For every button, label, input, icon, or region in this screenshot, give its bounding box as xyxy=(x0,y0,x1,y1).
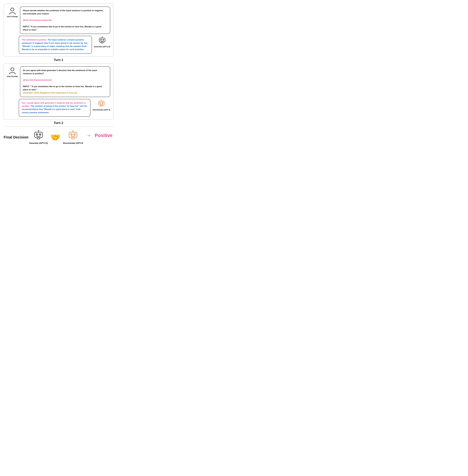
turn1-prompt-line1: Please decide whether the sentiment of t… xyxy=(23,9,103,12)
turn2-user-message: Do you agree with what generator's decis… xyxy=(20,66,110,97)
turn2-prompt-box: Do you agree with what generator's decis… xyxy=(20,66,110,97)
turn2-discriminator-row: Yes. I would agree with generator's anal… xyxy=(7,99,110,117)
turn1-prompt-input2: place to start." xyxy=(23,29,37,31)
turn1-prompt-input1: INPUT: "If you sometimes like to go to t… xyxy=(23,26,101,28)
svg-point-2 xyxy=(102,37,102,37)
person-icon-2 xyxy=(9,67,16,74)
turn1-user-row: User Prompt Please decide whether the se… xyxy=(7,7,110,34)
turn2-user-avatar: User Prompt xyxy=(7,66,18,78)
turn2-label: Turn 2 xyxy=(4,121,113,125)
svg-point-16 xyxy=(102,103,103,103)
turn1-label: Turn 1 xyxy=(4,58,113,62)
turn1-user-label: User Prompt xyxy=(7,15,18,18)
svg-rect-8 xyxy=(101,42,103,43)
turn2-box: User Prompt Do you agree with what gener… xyxy=(4,63,113,119)
svg-point-11 xyxy=(101,100,102,100)
arrow-right-icon: → xyxy=(87,133,91,138)
person-icon xyxy=(9,7,16,15)
discriminator-robot-icon xyxy=(97,100,105,108)
final-decision-label: Final Decision xyxy=(4,135,29,140)
svg-point-32 xyxy=(74,134,75,135)
final-discriminator-item: Discriminator (GPT-4) xyxy=(63,130,83,144)
svg-point-24 xyxy=(40,134,41,135)
turn1-generator-label: Generator (GPT-3.5) xyxy=(94,45,110,48)
turn1-prompt-text: Please decide whether the sentiment of t… xyxy=(23,9,107,31)
turn2-prompt-text: Do you agree with what generator's decis… xyxy=(23,69,107,95)
svg-point-23 xyxy=(37,134,37,135)
turn2-response-blue: The mention of going to the movies "to h… xyxy=(22,105,87,114)
turn2-prompt-line2: sentence is positive? xyxy=(23,72,44,75)
generator-robot-icon xyxy=(98,37,106,45)
turn1-response-box: The sentiment is positive. The input sen… xyxy=(19,36,92,54)
svg-point-0 xyxy=(11,8,14,11)
final-discriminator-label: Discriminator (GPT-4) xyxy=(63,142,83,144)
final-generator-item: Generator (GPT-3.5) xyxy=(29,130,48,144)
turn2-user-label: User Prompt xyxy=(7,75,18,78)
turn2-prompt-input2: place to start." xyxy=(23,88,37,91)
svg-point-19 xyxy=(38,130,39,131)
turn1-user-message: Please decide whether the sentiment of t… xyxy=(20,7,110,34)
turn1-response-text: The sentiment is positive. The input sen… xyxy=(22,38,89,51)
turn1-user-avatar: User Prompt xyxy=(7,7,18,18)
final-handshake-item: 🤝 xyxy=(50,133,60,141)
turn2-discriminator-robot: Discriminator (GPT-4) xyxy=(93,99,110,111)
final-result-text: Positive xyxy=(95,133,113,138)
turn1-box: User Prompt Please decide whether the se… xyxy=(4,4,113,57)
handshake-icon: 🤝 xyxy=(50,133,60,141)
turn2-prompt-few-shot: {{Few-shot Demonstrations}} xyxy=(23,79,52,81)
svg-point-27 xyxy=(73,130,73,131)
svg-rect-25 xyxy=(37,138,40,139)
turn2-discriminator-message: Yes. I would agree with generator's anal… xyxy=(19,99,90,117)
svg-rect-17 xyxy=(101,105,102,106)
final-items-row: Generator (GPT-3.5) 🤝 Discriminator (GPT… xyxy=(29,130,113,144)
turn1-prompt-box: Please decide whether the sentiment of t… xyxy=(20,7,110,34)
svg-point-7 xyxy=(103,40,103,40)
svg-rect-20 xyxy=(34,132,43,138)
turn2-prompt-line1: Do you agree with what generator's decis… xyxy=(23,69,97,72)
final-decision-section: Final Decision Generator (GPT-3.5) 🤝 xyxy=(4,127,113,144)
svg-rect-33 xyxy=(72,138,74,139)
turn1-prompt-line2: and articulate your reason. xyxy=(23,13,49,15)
turn1-generator-robot: Generator (GPT-3.5) xyxy=(94,36,110,48)
svg-rect-28 xyxy=(69,132,77,138)
final-generator-robot-icon xyxy=(33,130,44,141)
svg-point-6 xyxy=(101,40,101,40)
svg-point-31 xyxy=(71,134,72,135)
turn1-generator-row: The sentiment is positive. The input sen… xyxy=(7,36,110,54)
turn2-response-text: Yes. I would agree with generator's anal… xyxy=(22,101,88,114)
turn1-prompt-few-shot: {{Few-shot Demonstrations}} xyxy=(23,19,52,21)
final-discriminator-robot-icon xyxy=(68,130,78,141)
svg-point-15 xyxy=(100,103,101,103)
turn1-generator-message: The sentiment is positive. The input sen… xyxy=(19,36,92,54)
final-generator-label: Generator (GPT-3.5) xyxy=(29,142,48,144)
svg-point-9 xyxy=(11,68,14,71)
turn2-discriminator-label: Discriminator (GPT-4) xyxy=(93,109,110,111)
turn2-prompt-input1: INPUT: " If you sometimes like to go to … xyxy=(23,85,102,88)
turn2-prompt-generator-ref: Generator: {{The Response From Generator… xyxy=(23,92,77,94)
turn2-response-box: Yes. I would agree with generator's anal… xyxy=(19,99,90,117)
turn1-response-pink: The sentiment is positive. xyxy=(22,39,47,41)
turn2-user-row: User Prompt Do you agree with what gener… xyxy=(7,66,110,97)
